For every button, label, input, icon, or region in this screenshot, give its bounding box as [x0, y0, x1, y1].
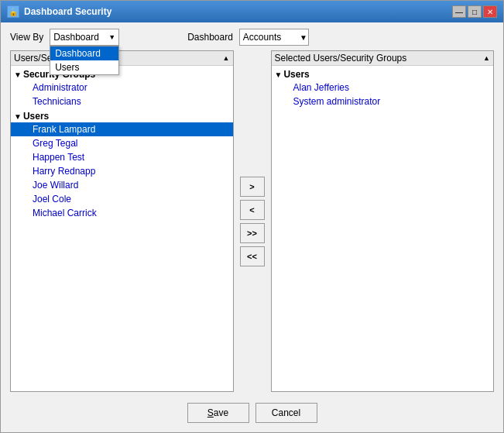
list-item[interactable]: Harry Rednapp: [11, 164, 233, 178]
dropdown-option-users[interactable]: Users: [50, 60, 118, 74]
maximize-button[interactable]: □: [468, 5, 482, 18]
list-item[interactable]: Michael Carrick: [11, 206, 233, 220]
dashboard-label: Dashboard: [187, 32, 233, 43]
list-item[interactable]: Alan Jefferies: [272, 81, 494, 95]
view-by-dropdown-popup: Dashboard Users: [50, 46, 119, 75]
list-item[interactable]: System administrator: [272, 95, 494, 108]
right-panel: Selected Users/Security Groups ▲ ▼ Users…: [271, 50, 495, 392]
list-item[interactable]: Frank Lampard: [11, 122, 233, 136]
left-panel-scroll-up-icon: ▲: [223, 54, 230, 62]
dashboard-select[interactable]: Accounts: [239, 29, 309, 46]
move-all-right-button[interactable]: >>: [240, 223, 265, 243]
selected-users-group: ▼ Users Alan Jefferies System administra…: [272, 67, 494, 109]
view-by-value: Dashboard: [53, 32, 99, 43]
security-groups-header: ▼ Security Groups: [11, 68, 233, 81]
move-left-button[interactable]: <: [240, 200, 265, 220]
right-panel-scroll-up-icon: ▲: [483, 54, 490, 62]
dropdown-arrow-icon: ▼: [108, 33, 115, 41]
security-groups-toggle-icon[interactable]: ▼: [14, 70, 22, 79]
move-right-button[interactable]: >: [240, 177, 265, 197]
list-item[interactable]: Administrator: [11, 81, 233, 95]
main-window: 🔒 Dashboard Security — □ ✕ View By Dashb…: [0, 0, 504, 433]
list-item[interactable]: Happen Test: [11, 150, 233, 164]
content-area: View By Dashboard ▼ Dashboard Users Dash…: [1, 22, 503, 432]
right-panel-title: Selected Users/Security Groups: [275, 53, 407, 64]
view-by-dropdown[interactable]: Dashboard ▼: [50, 29, 119, 46]
users-group-label: Users: [23, 111, 49, 122]
window-title: Dashboard Security: [24, 6, 111, 17]
list-item[interactable]: Joe Willard: [11, 178, 233, 192]
users-toggle-icon[interactable]: ▼: [14, 112, 22, 121]
left-panel: Users/Security Groups ▲ ▼ Security Group…: [10, 50, 234, 392]
save-button[interactable]: Save: [187, 403, 249, 423]
title-bar: 🔒 Dashboard Security — □ ✕: [1, 1, 503, 22]
selected-users-toggle-icon[interactable]: ▼: [275, 70, 283, 79]
cancel-button[interactable]: Cancel: [255, 403, 317, 423]
list-item[interactable]: Technicians: [11, 95, 233, 108]
top-row: View By Dashboard ▼ Dashboard Users Dash…: [10, 29, 494, 46]
right-panel-scroll[interactable]: ▼ Users Alan Jefferies System administra…: [272, 66, 494, 391]
view-by-label: View By: [10, 32, 43, 43]
view-by-dropdown-container: Dashboard ▼ Dashboard Users: [50, 29, 119, 46]
users-group-header: ▼ Users: [11, 110, 233, 122]
dropdown-option-dashboard[interactable]: Dashboard: [50, 46, 118, 60]
footer-buttons: Save Cancel: [10, 397, 494, 426]
list-item[interactable]: Greg Tegal: [11, 136, 233, 150]
close-button[interactable]: ✕: [483, 5, 497, 18]
main-panels: Users/Security Groups ▲ ▼ Security Group…: [10, 50, 494, 392]
title-controls: — □ ✕: [452, 5, 497, 18]
transfer-buttons: > < >> <<: [237, 50, 268, 392]
move-all-left-button[interactable]: <<: [240, 246, 265, 266]
right-panel-header: Selected Users/Security Groups ▲: [272, 51, 494, 66]
title-bar-left: 🔒 Dashboard Security: [7, 5, 111, 18]
minimize-button[interactable]: —: [452, 5, 466, 18]
left-panel-header: Users/Security Groups ▲: [11, 51, 233, 66]
window-icon: 🔒: [7, 5, 19, 18]
list-item[interactable]: Joel Cole: [11, 192, 233, 206]
selected-users-label: Users: [283, 69, 309, 80]
security-groups-group: ▼ Security Groups Administrator Technici…: [11, 67, 233, 109]
left-panel-scroll[interactable]: ▼ Security Groups Administrator Technici…: [11, 66, 233, 391]
selected-users-header: ▼ Users: [272, 68, 494, 81]
users-group: ▼ Users Frank Lampard Greg Tegal Happen …: [11, 109, 233, 221]
dashboard-select-wrapper: Accounts ▼: [239, 29, 309, 46]
